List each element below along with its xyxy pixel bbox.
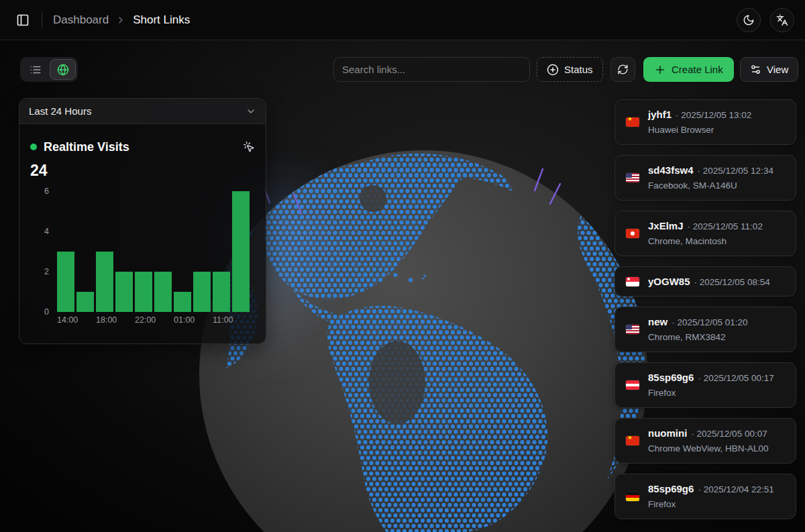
status-filter-button[interactable]: Status: [537, 57, 603, 82]
mouse-pointer-click-icon: [243, 141, 255, 153]
link-visit-card[interactable]: jyhf1· 2025/12/05 13:02Huawei Browser: [614, 99, 796, 145]
chart-bar: [57, 252, 74, 312]
divider: [42, 13, 42, 28]
visit-timestamp: · 2025/12/05 11:02: [688, 221, 763, 231]
link-slug: new: [648, 316, 667, 327]
link-visit-card[interactable]: new· 2025/12/05 01:20Chrome, RMX3842: [614, 307, 796, 352]
panel-left-icon: [16, 13, 30, 27]
visit-device-detail: Firefox: [648, 387, 774, 398]
x-tick-label: 14:00: [57, 315, 74, 325]
chart-bar: [76, 292, 94, 312]
view-options-label: View: [767, 64, 788, 75]
chart-x-axis: 14:0018:0022:0001:0011:00: [57, 315, 255, 325]
link-slug: nuomini: [648, 427, 687, 439]
card-content: yOGW85· 2025/12/05 08:54: [648, 276, 770, 287]
visit-device-detail: Huawei Browser: [648, 124, 751, 136]
view-options-button[interactable]: View: [740, 57, 798, 82]
y-tick-label: 4: [44, 227, 49, 236]
chart-plot: 14:0018:0022:0001:0011:00: [57, 191, 255, 325]
sliders-icon: [750, 64, 761, 75]
chart-bar: [154, 272, 172, 312]
time-range-select[interactable]: Last 24 Hours: [19, 99, 266, 124]
country-flag-icon-hk: [626, 229, 639, 238]
visit-timestamp: · 2025/12/05 00:07: [691, 429, 767, 439]
breadcrumb: Dashboard Short Links: [53, 13, 190, 27]
moon-icon: [743, 14, 755, 26]
country-flag-icon-cn: [626, 117, 639, 127]
x-tick-label: 01:00: [174, 315, 191, 325]
link-visit-card[interactable]: JxElmJ· 2025/12/05 11:02Chrome, Macintos…: [614, 211, 796, 256]
chart-bar: [115, 272, 133, 312]
status-label: Status: [564, 64, 593, 75]
link-slug: 85sp69g6: [648, 483, 694, 494]
globe-icon: [57, 64, 69, 76]
chart-bar: [96, 252, 113, 312]
circle-plus-icon: [547, 64, 559, 76]
topbar-actions: [737, 8, 794, 32]
x-tick-label: 11:00: [213, 315, 230, 325]
country-flag-icon-us: [626, 173, 639, 182]
link-visit-card[interactable]: 85sp69g6· 2025/12/04 22:51Firefox: [614, 474, 796, 519]
x-tick-label: [76, 315, 94, 325]
toolbar: Status Create Link View: [0, 57, 805, 82]
list-view-button[interactable]: [22, 59, 48, 80]
card-content: 85sp69g6· 2025/12/05 00:17Firefox: [648, 372, 774, 398]
link-slug: JxElmJ: [648, 220, 684, 231]
x-tick-label: 22:00: [135, 315, 152, 325]
create-link-button[interactable]: Create Link: [643, 57, 734, 82]
chart-bars: [57, 191, 255, 312]
panel-title: Realtime Visits: [44, 140, 129, 154]
theme-toggle-button[interactable]: [737, 8, 761, 32]
live-indicator-dot: [30, 144, 37, 150]
visit-timestamp: · 2025/12/05 01:20: [672, 317, 747, 327]
languages-icon: [776, 14, 788, 26]
card-content: 85sp69g6· 2025/12/04 22:51Firefox: [648, 483, 774, 510]
search-input[interactable]: [333, 57, 530, 82]
link-visit-card[interactable]: sd43fsw4· 2025/12/05 12:34Facebook, SM-A…: [614, 155, 796, 201]
chart-bar: [232, 191, 250, 312]
chevron-down-icon: [246, 106, 256, 117]
globe-view-button[interactable]: [50, 59, 76, 80]
y-tick-label: 0: [44, 307, 49, 317]
x-tick-label: [115, 315, 133, 325]
link-visit-card[interactable]: nuomini· 2025/12/05 00:07Chrome WebView,…: [614, 418, 796, 464]
country-flag-icon-at: [626, 380, 639, 390]
create-link-label: Create Link: [672, 64, 723, 75]
y-tick-label: 6: [44, 187, 49, 196]
chart-bar: [174, 292, 191, 312]
topbar: Dashboard Short Links: [0, 0, 805, 40]
x-tick-label: 18:00: [96, 315, 113, 325]
refresh-icon: [617, 64, 629, 75]
realtime-panel-body: Realtime Visits 24 6420 14:0018:0022:000…: [19, 124, 266, 335]
refresh-button[interactable]: [610, 57, 635, 82]
link-visit-card[interactable]: 85sp69g6· 2025/12/05 00:17Firefox: [614, 362, 796, 408]
visit-timestamp: · 2025/12/05 08:54: [694, 277, 770, 287]
list-icon: [30, 64, 42, 76]
x-tick-label: [154, 315, 172, 325]
x-tick-label: [232, 315, 250, 325]
visit-timestamp: · 2025/12/05 13:02: [676, 110, 751, 120]
realtime-panel: Last 24 Hours Realtime Visits 24 6420 14…: [19, 98, 266, 344]
breadcrumb-current: Short Links: [133, 13, 190, 27]
view-mode-toggle: [20, 57, 78, 82]
plus-icon: [654, 64, 666, 76]
card-content: new· 2025/12/05 01:20Chrome, RMX3842: [648, 316, 748, 343]
card-content: sd43fsw4· 2025/12/05 12:34Facebook, SM-A…: [648, 164, 773, 191]
visit-timestamp: · 2025/12/05 12:34: [698, 166, 773, 176]
recent-visits-list: jyhf1· 2025/12/05 13:02Huawei Browsersd4…: [614, 99, 796, 519]
visit-timestamp: · 2025/12/05 00:17: [698, 373, 773, 383]
card-content: nuomini· 2025/12/05 00:07Chrome WebView,…: [648, 427, 769, 454]
link-visit-card[interactable]: yOGW85· 2025/12/05 08:54: [614, 266, 796, 297]
link-slug: jyhf1: [648, 109, 672, 120]
breadcrumb-dashboard-link[interactable]: Dashboard: [53, 13, 109, 27]
link-slug: 85sp69g6: [648, 372, 694, 383]
visit-device-detail: Firefox: [648, 498, 774, 510]
visit-device-detail: Facebook, SM-A146U: [648, 180, 773, 191]
visit-device-detail: Chrome, RMX3842: [648, 331, 748, 343]
language-button[interactable]: [770, 8, 794, 32]
chart-bar: [135, 272, 152, 312]
country-flag-icon-cn: [626, 436, 639, 445]
sidebar-toggle-button[interactable]: [11, 8, 35, 32]
link-slug: sd43fsw4: [648, 164, 694, 176]
card-content: jyhf1· 2025/12/05 13:02Huawei Browser: [648, 109, 751, 136]
